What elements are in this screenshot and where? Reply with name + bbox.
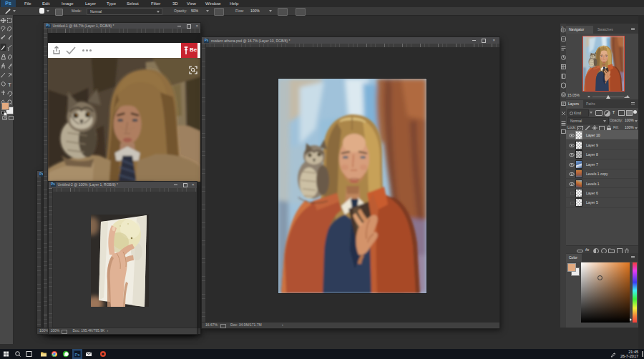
svg-text:T: T	[8, 82, 11, 88]
svg-text:Ps: Ps	[75, 353, 80, 357]
